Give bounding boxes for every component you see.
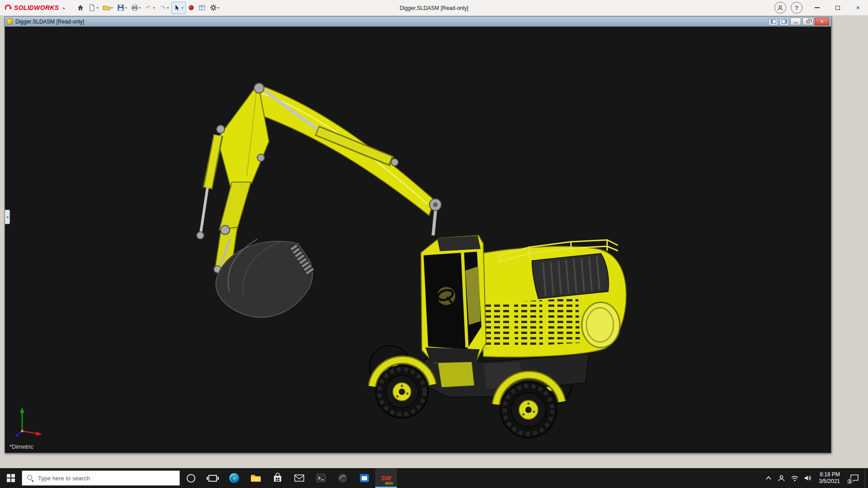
dropdown-caret-icon[interactable]: ▾	[96, 6, 98, 10]
select-tool-button[interactable]: ▾	[171, 2, 186, 14]
home-icon	[77, 4, 84, 11]
dark-app-button[interactable]	[332, 468, 354, 488]
notification-badge: 3	[846, 478, 853, 485]
quick-access-toolbar: ▾ ▾ ▾ ▾	[75, 2, 221, 14]
excavator-model[interactable]	[5, 27, 831, 453]
help-button[interactable]: ?	[791, 2, 802, 14]
select-arrow-icon	[174, 4, 181, 11]
pane-toggle-left-icon	[771, 19, 776, 23]
stick	[219, 182, 251, 232]
y-axis-arrow	[20, 407, 24, 413]
solidworks-taskbar-button[interactable]: SW 2021	[375, 468, 397, 488]
restore-icon	[807, 20, 810, 23]
user-account-icon	[777, 5, 783, 11]
minimize-button[interactable]	[807, 0, 827, 16]
edge-button[interactable]	[223, 468, 245, 488]
edge-icon	[228, 472, 240, 484]
search-input[interactable]	[38, 475, 175, 482]
graphics-viewport[interactable]: ◂	[5, 27, 831, 453]
document-properties-icon	[198, 4, 206, 11]
dark-app-icon	[337, 472, 349, 484]
boom	[248, 84, 434, 216]
options-gear-icon	[210, 4, 217, 11]
maximize-icon	[835, 6, 840, 10]
menu-expand-arrow-icon[interactable]: ▸	[63, 5, 65, 10]
solidworks-letters: SW	[381, 474, 392, 482]
system-tray: 8:18 PM 3/5/2021 3	[762, 468, 868, 488]
pane-toggle-right-button[interactable]	[779, 18, 789, 25]
app-window-controls: ? ×	[774, 0, 868, 16]
document-titlebar[interactable]: Digger.SLDASM [Read-only] ×	[5, 17, 831, 27]
maximize-button[interactable]	[827, 0, 848, 16]
mail-button[interactable]	[288, 468, 310, 488]
front-wheel	[376, 366, 428, 418]
show-desktop-button[interactable]	[865, 468, 868, 488]
cortana-icon	[187, 474, 195, 483]
media-app-icon	[359, 472, 370, 484]
3ds-mark-icon	[5, 4, 13, 11]
doc-restore-button[interactable]	[802, 18, 813, 25]
network-tray-button[interactable]	[788, 468, 801, 488]
network-icon	[791, 475, 799, 482]
document-properties-button[interactable]	[197, 2, 208, 14]
new-document-button[interactable]: ▾	[86, 2, 100, 14]
redo-button[interactable]: ▾	[157, 2, 171, 14]
action-center-button[interactable]: 3	[845, 468, 864, 488]
reference-triad[interactable]	[14, 403, 46, 438]
dropdown-caret-icon[interactable]: ▾	[167, 6, 169, 10]
dropdown-caret-icon[interactable]: ▾	[125, 6, 127, 10]
save-button[interactable]: ▾	[115, 2, 129, 14]
dropdown-caret-icon[interactable]: ▾	[139, 6, 141, 10]
featuremanager-collapse-tab[interactable]: ◂	[5, 210, 10, 224]
dropdown-caret-icon[interactable]: ▾	[111, 6, 113, 10]
volume-icon	[804, 474, 812, 482]
user-account-button[interactable]	[774, 2, 786, 14]
open-button[interactable]: ▾	[101, 2, 115, 14]
document-window: Digger.SLDASM [Read-only] × ◂	[5, 16, 831, 453]
search-icon	[27, 475, 34, 482]
save-icon	[117, 4, 124, 11]
pane-toggle-right-icon	[782, 19, 787, 23]
app-titlebar[interactable]: SOLIDWORKS ▸ ▾ ▾	[0, 0, 868, 16]
solidworks-application: SOLIDWORKS ▸ ▾ ▾	[0, 0, 868, 488]
solidworks-icon: SW 2021	[379, 471, 393, 485]
doc-close-button[interactable]: ×	[815, 18, 829, 25]
cortana-button[interactable]	[180, 468, 202, 488]
task-view-button[interactable]	[202, 468, 223, 488]
console-button[interactable]	[310, 468, 332, 488]
cab	[421, 235, 486, 363]
pane-toggle-left-button[interactable]	[769, 18, 778, 25]
chevron-up-icon	[765, 475, 772, 481]
mail-icon	[293, 472, 305, 484]
document-window-controls: ×	[769, 18, 829, 25]
media-app-button[interactable]	[354, 468, 375, 488]
body-housing	[479, 240, 626, 357]
dropdown-caret-icon[interactable]: ▾	[153, 6, 155, 10]
close-icon: ×	[856, 5, 859, 11]
hidden-icons-button[interactable]	[762, 468, 774, 488]
taskbar-search[interactable]	[22, 470, 180, 486]
options-button[interactable]: ▾	[208, 2, 222, 14]
dropdown-caret-icon[interactable]: ▾	[182, 6, 184, 10]
undo-button[interactable]: ▾	[143, 2, 157, 14]
contacts-tray-button[interactable]	[775, 468, 788, 488]
file-explorer-button[interactable]	[245, 468, 267, 488]
appearance-button[interactable]	[186, 2, 196, 14]
volume-tray-button[interactable]	[802, 468, 814, 488]
taskbar: SW 2021	[0, 468, 868, 488]
new-document-icon	[88, 4, 95, 11]
doc-minimize-button[interactable]	[790, 18, 801, 25]
dropdown-caret-icon[interactable]: ▾	[218, 6, 220, 10]
store-button[interactable]	[267, 468, 288, 488]
clock-time: 8:18 PM	[820, 471, 840, 478]
cab-roof-panel	[437, 236, 481, 251]
close-button[interactable]: ×	[848, 0, 868, 16]
appearance-bead-icon	[188, 5, 194, 11]
start-button[interactable]	[0, 468, 22, 488]
solidworks-year: 2021	[385, 481, 393, 485]
x-axis-arrow	[36, 432, 42, 436]
taskbar-clock[interactable]: 8:18 PM 3/5/2021	[815, 468, 844, 488]
print-button[interactable]: ▾	[129, 2, 143, 14]
home-button[interactable]	[75, 2, 86, 14]
side-vents	[479, 298, 580, 348]
